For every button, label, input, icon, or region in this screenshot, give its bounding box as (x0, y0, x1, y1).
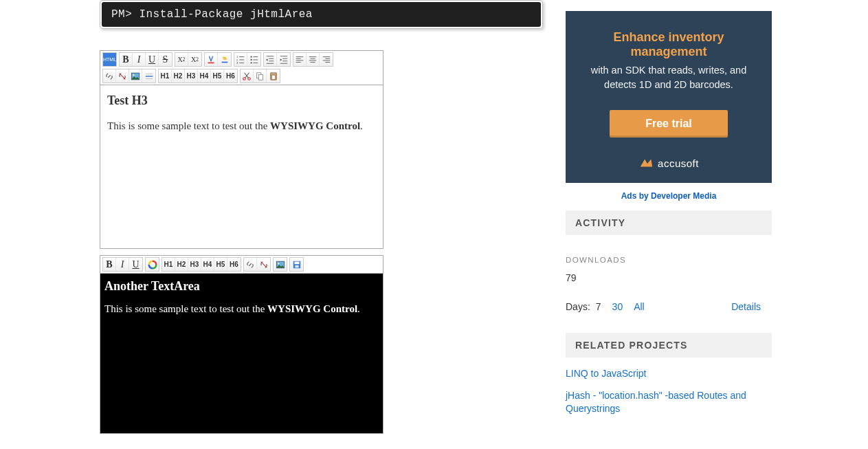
activity-panel-header: ACTIVITY (566, 210, 772, 235)
superscript-2: 2 (196, 56, 199, 63)
svg-point-7 (250, 62, 252, 63)
editor-1-body-bold: WYSIWYG Control (270, 120, 360, 131)
align-center-button[interactable] (307, 53, 320, 66)
h5-button-2[interactable]: H5 (214, 258, 227, 271)
editor-1-canvas[interactable]: Test H3 This is some sample text to test… (100, 85, 383, 248)
underline-button-2[interactable]: U (129, 258, 142, 271)
h3-button-2[interactable]: H3 (188, 258, 201, 271)
details-link[interactable]: Details (731, 301, 761, 312)
outdent-button[interactable] (277, 53, 290, 66)
days-row: Days: 7 30 All Details (566, 301, 772, 312)
install-command[interactable]: PM> Install-Package jHtmlArea (102, 2, 541, 27)
forecolor-button[interactable] (205, 53, 218, 66)
svg-rect-0 (208, 62, 214, 63)
viewhtml-button[interactable]: HTML (103, 53, 116, 66)
editor-2-body-bold: WYSIWYG Control (267, 303, 357, 314)
h6-button-2[interactable]: H6 (227, 258, 241, 271)
editor-1-body-pre: This is some sample text to test out the (107, 120, 270, 131)
downloads-label: DOWNLOADS (566, 256, 772, 264)
image-icon (276, 260, 285, 270)
indent-button[interactable] (264, 53, 277, 66)
subscript-x: X (177, 56, 182, 63)
days-current: 7 (596, 301, 601, 312)
colorpicker-button[interactable] (146, 258, 159, 271)
svg-rect-14 (258, 74, 263, 80)
terminal-wrapper: PM> Install-Package jHtmlArea (100, 0, 543, 29)
ad-brand-text: accusoft (658, 157, 699, 169)
align-center-icon (308, 55, 318, 65)
align-left-button[interactable] (293, 53, 307, 66)
unlink-icon (259, 260, 269, 270)
superscript-button[interactable]: X2 (188, 53, 201, 66)
image-button-2[interactable] (274, 258, 287, 271)
days-label: Days: (566, 301, 590, 312)
h1-button-2[interactable]: H1 (162, 258, 175, 271)
svg-rect-23 (295, 265, 298, 267)
h4-button[interactable]: H4 (198, 69, 211, 83)
ads-by-link-wrap: Ads by Developer Media (566, 190, 772, 201)
editor-2: B I U H1 H2 H3 H4 H5 H6 (100, 255, 383, 434)
ads-by-link[interactable]: Ads by Developer Media (621, 191, 717, 201)
unordered-list-button[interactable] (247, 53, 260, 66)
editor-1: HTML B I U S X2 X2 (100, 50, 383, 249)
h1-button[interactable]: H1 (159, 69, 172, 83)
paste-button[interactable] (267, 69, 280, 83)
highlight-icon (220, 55, 230, 65)
related-link-2[interactable]: jHash - "location.hash" -based Routes an… (566, 389, 772, 416)
ad-cta-button[interactable]: Free trial (610, 110, 728, 138)
link-button[interactable] (103, 69, 116, 83)
ordered-list-button[interactable]: 123 (234, 53, 247, 66)
svg-rect-16 (271, 72, 275, 74)
h4-button-2[interactable]: H4 (201, 258, 214, 271)
unlink-button-2[interactable] (257, 258, 270, 271)
underline-button[interactable]: U (146, 53, 159, 66)
editor-2-heading: Another TextArea (104, 279, 379, 294)
svg-point-9 (133, 74, 134, 76)
unlink-button[interactable] (116, 69, 129, 83)
days-all-link[interactable]: All (634, 301, 645, 312)
svg-rect-17 (271, 75, 275, 79)
image-icon (131, 72, 140, 81)
outdent-icon (279, 55, 289, 65)
related-projects-list: LINQ to JavaScript jHash - "location.has… (566, 367, 772, 416)
editor-1-heading: Test H3 (107, 94, 376, 108)
h5-button[interactable]: H5 (211, 69, 224, 83)
highlight-button[interactable] (218, 53, 231, 66)
h2-button[interactable]: H2 (172, 69, 185, 83)
strikethrough-button[interactable]: S (159, 53, 172, 66)
subscript-button[interactable]: X2 (175, 53, 188, 66)
bold-button-2[interactable]: B (103, 258, 116, 271)
svg-text:3: 3 (236, 61, 238, 65)
editor-2-canvas[interactable]: Another TextArea This is some sample tex… (100, 273, 383, 433)
related-link-1[interactable]: LINQ to JavaScript (566, 367, 772, 381)
editor-2-toolbar: B I U H1 H2 H3 H4 H5 H6 (100, 256, 383, 273)
days-30-link[interactable]: 30 (612, 301, 623, 312)
copy-button[interactable] (254, 69, 267, 83)
align-left-icon (295, 55, 304, 65)
unlink-icon (118, 72, 127, 81)
editor-2-body-pre: This is some sample text to test out the (104, 303, 267, 314)
colorpicker-icon (148, 260, 157, 270)
align-right-icon (322, 55, 331, 65)
h2-button-2[interactable]: H2 (175, 258, 188, 271)
paste-icon (269, 72, 278, 81)
indent-icon (265, 55, 275, 65)
ad-brand: accusoft (638, 155, 699, 171)
unordered-list-icon (249, 55, 259, 65)
image-button[interactable] (129, 69, 142, 83)
advertisement[interactable]: Enhance inventory management with an SDK… (566, 11, 772, 183)
save-button[interactable] (290, 258, 303, 271)
h6-button[interactable]: H6 (224, 69, 237, 83)
align-right-button[interactable] (320, 53, 333, 66)
link-button-2[interactable] (244, 258, 257, 271)
ad-title: Enhance inventory management (579, 30, 758, 59)
bold-button[interactable]: B (120, 53, 133, 66)
italic-button-2[interactable]: I (116, 258, 129, 271)
downloads-value: 79 (566, 272, 772, 283)
h3-button[interactable]: H3 (185, 69, 198, 83)
hr-button[interactable] (142, 69, 155, 83)
svg-rect-1 (221, 61, 227, 63)
editor-1-body-post: . (360, 120, 363, 131)
cut-button[interactable] (241, 69, 254, 83)
italic-button[interactable]: I (133, 53, 146, 66)
